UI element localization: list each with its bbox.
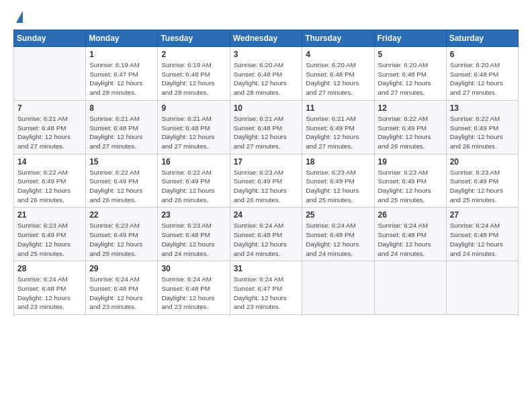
day-cell: 14Sunrise: 6:22 AMSunset: 6:49 PMDayligh… [14,154,86,208]
day-cell [14,47,86,101]
day-cell: 11Sunrise: 6:21 AMSunset: 6:49 PMDayligh… [302,100,374,154]
day-number: 5 [378,50,443,59]
day-number: 2 [161,50,226,59]
day-number: 28 [17,264,82,273]
day-info: Sunrise: 6:24 AMSunset: 6:48 PMDaylight:… [17,275,82,312]
day-number: 29 [89,264,154,273]
day-cell: 13Sunrise: 6:22 AMSunset: 6:49 PMDayligh… [446,100,518,154]
day-cell: 23Sunrise: 6:23 AMSunset: 6:48 PMDayligh… [158,208,230,261]
day-info: Sunrise: 6:21 AMSunset: 6:48 PMDaylight:… [161,114,226,151]
day-info: Sunrise: 6:23 AMSunset: 6:49 PMDaylight:… [17,221,82,258]
day-number: 24 [234,210,299,220]
day-info: Sunrise: 6:23 AMSunset: 6:48 PMDaylight:… [161,221,226,258]
day-number: 7 [17,103,82,113]
day-number: 4 [306,50,370,59]
day-info: Sunrise: 6:21 AMSunset: 6:48 PMDaylight:… [17,114,82,151]
calendar-body: 1Sunrise: 6:19 AMSunset: 6:47 PMDaylight… [14,47,519,315]
column-header-friday: Friday [374,30,446,47]
day-number: 25 [306,210,370,220]
day-number: 17 [234,157,299,167]
day-number: 10 [234,103,299,113]
day-cell: 1Sunrise: 6:19 AMSunset: 6:47 PMDaylight… [86,47,158,101]
day-cell: 15Sunrise: 6:22 AMSunset: 6:49 PMDayligh… [86,154,158,208]
day-cell: 6Sunrise: 6:20 AMSunset: 6:48 PMDaylight… [446,47,518,101]
day-info: Sunrise: 6:19 AMSunset: 6:48 PMDaylight:… [161,60,226,97]
column-header-thursday: Thursday [302,30,374,47]
day-number: 12 [378,103,443,113]
day-info: Sunrise: 6:22 AMSunset: 6:49 PMDaylight:… [161,168,226,205]
day-cell: 21Sunrise: 6:23 AMSunset: 6:49 PMDayligh… [14,208,86,261]
day-cell: 29Sunrise: 6:24 AMSunset: 6:48 PMDayligh… [86,261,158,315]
day-cell: 31Sunrise: 6:24 AMSunset: 6:47 PMDayligh… [230,261,302,315]
day-info: Sunrise: 6:23 AMSunset: 6:49 PMDaylight:… [306,168,370,205]
day-info: Sunrise: 6:24 AMSunset: 6:48 PMDaylight:… [378,221,443,258]
day-cell: 19Sunrise: 6:23 AMSunset: 6:49 PMDayligh… [374,154,446,208]
day-info: Sunrise: 6:23 AMSunset: 6:49 PMDaylight:… [89,221,154,258]
day-number: 31 [234,264,299,273]
day-info: Sunrise: 6:20 AMSunset: 6:48 PMDaylight:… [306,60,370,97]
day-number: 11 [306,103,370,113]
day-cell: 25Sunrise: 6:24 AMSunset: 6:48 PMDayligh… [302,208,374,261]
day-info: Sunrise: 6:23 AMSunset: 6:49 PMDaylight:… [378,168,443,205]
day-info: Sunrise: 6:21 AMSunset: 6:48 PMDaylight:… [89,114,154,151]
header-row: SundayMondayTuesdayWednesdayThursdayFrid… [14,30,519,47]
day-cell: 16Sunrise: 6:22 AMSunset: 6:49 PMDayligh… [158,154,230,208]
column-header-monday: Monday [86,30,158,47]
day-number: 15 [89,157,154,167]
day-number: 30 [161,264,226,273]
day-number: 18 [306,157,370,167]
day-number: 9 [161,103,226,113]
day-number: 22 [89,210,154,220]
day-cell: 10Sunrise: 6:21 AMSunset: 6:48 PMDayligh… [230,100,302,154]
day-cell: 8Sunrise: 6:21 AMSunset: 6:48 PMDaylight… [86,100,158,154]
calendar-header: SundayMondayTuesdayWednesdayThursdayFrid… [14,30,519,47]
day-info: Sunrise: 6:23 AMSunset: 6:49 PMDaylight:… [234,168,299,205]
day-info: Sunrise: 6:22 AMSunset: 6:49 PMDaylight:… [89,168,154,205]
day-number: 20 [450,157,515,167]
day-cell: 5Sunrise: 6:20 AMSunset: 6:48 PMDaylight… [374,47,446,101]
day-cell [446,261,518,315]
day-number: 26 [378,210,443,220]
day-info: Sunrise: 6:24 AMSunset: 6:48 PMDaylight:… [306,221,370,258]
column-header-tuesday: Tuesday [158,30,230,47]
page: SundayMondayTuesdayWednesdayThursdayFrid… [0,0,532,411]
week-row-2: 7Sunrise: 6:21 AMSunset: 6:48 PMDaylight… [14,100,519,154]
day-cell: 17Sunrise: 6:23 AMSunset: 6:49 PMDayligh… [230,154,302,208]
day-cell: 30Sunrise: 6:24 AMSunset: 6:48 PMDayligh… [158,261,230,315]
day-cell [302,261,374,315]
day-info: Sunrise: 6:24 AMSunset: 6:48 PMDaylight:… [234,221,299,258]
day-number: 3 [234,50,299,59]
week-row-3: 14Sunrise: 6:22 AMSunset: 6:49 PMDayligh… [14,154,519,208]
day-info: Sunrise: 6:20 AMSunset: 6:48 PMDaylight:… [378,60,443,97]
day-info: Sunrise: 6:24 AMSunset: 6:48 PMDaylight:… [161,275,226,312]
day-number: 13 [450,103,515,113]
day-cell: 3Sunrise: 6:20 AMSunset: 6:48 PMDaylight… [230,47,302,101]
day-cell: 9Sunrise: 6:21 AMSunset: 6:48 PMDaylight… [158,100,230,154]
day-number: 6 [450,50,515,59]
day-number: 16 [161,157,226,167]
day-cell: 18Sunrise: 6:23 AMSunset: 6:49 PMDayligh… [302,154,374,208]
day-number: 27 [450,210,515,220]
day-info: Sunrise: 6:20 AMSunset: 6:48 PMDaylight:… [450,60,515,97]
day-number: 21 [17,210,82,220]
day-cell: 22Sunrise: 6:23 AMSunset: 6:49 PMDayligh… [86,208,158,261]
day-cell: 7Sunrise: 6:21 AMSunset: 6:48 PMDaylight… [14,100,86,154]
day-info: Sunrise: 6:22 AMSunset: 6:49 PMDaylight:… [378,114,443,151]
day-cell: 26Sunrise: 6:24 AMSunset: 6:48 PMDayligh… [374,208,446,261]
day-cell: 28Sunrise: 6:24 AMSunset: 6:48 PMDayligh… [14,261,86,315]
column-header-sunday: Sunday [14,30,86,47]
logo-triangle-icon [16,11,23,23]
week-row-4: 21Sunrise: 6:23 AMSunset: 6:49 PMDayligh… [14,208,519,261]
week-row-5: 28Sunrise: 6:24 AMSunset: 6:48 PMDayligh… [14,261,519,315]
day-cell: 27Sunrise: 6:24 AMSunset: 6:48 PMDayligh… [446,208,518,261]
day-info: Sunrise: 6:22 AMSunset: 6:49 PMDaylight:… [450,114,515,151]
header [13,11,519,24]
day-cell: 24Sunrise: 6:24 AMSunset: 6:48 PMDayligh… [230,208,302,261]
day-info: Sunrise: 6:21 AMSunset: 6:48 PMDaylight:… [234,114,299,151]
day-cell: 12Sunrise: 6:22 AMSunset: 6:49 PMDayligh… [374,100,446,154]
day-info: Sunrise: 6:24 AMSunset: 6:48 PMDaylight:… [89,275,154,312]
week-row-1: 1Sunrise: 6:19 AMSunset: 6:47 PMDaylight… [14,47,519,101]
day-info: Sunrise: 6:19 AMSunset: 6:47 PMDaylight:… [89,60,154,97]
calendar-table: SundayMondayTuesdayWednesdayThursdayFrid… [13,30,519,315]
column-header-wednesday: Wednesday [230,30,302,47]
